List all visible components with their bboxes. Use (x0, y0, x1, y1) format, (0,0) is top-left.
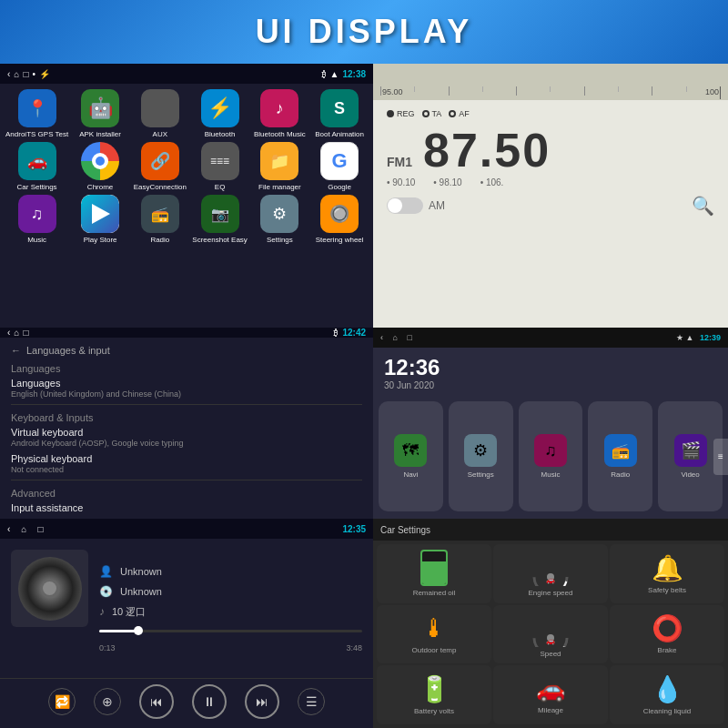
back-3[interactable]: ‹ (7, 328, 10, 338)
app-radio[interactable]: 📻 Radio (132, 195, 188, 244)
play-pause-btn[interactable]: ⏸ (192, 684, 227, 719)
home-app-music[interactable]: ♫ Music (519, 401, 583, 511)
cell-engine[interactable]: 🚗 Engine speed (493, 544, 608, 603)
fm-option-af[interactable]: AF (449, 109, 470, 118)
app-filemanager[interactable]: 📁 File manager (251, 142, 308, 191)
app-screenshot[interactable]: 📷 Screenshot Easy (192, 195, 248, 244)
app-easyconnect[interactable]: 🔗 EasyConnection (132, 142, 188, 191)
fm-option-reg[interactable]: REG (387, 109, 415, 118)
next-btn[interactable]: ⏭ (245, 684, 279, 719)
nav-icons: ‹ ⌂ □ • ⚡ (7, 69, 50, 79)
app-music[interactable]: ♫ Music (5, 195, 68, 244)
settings-back-btn[interactable]: ← Languages & input (11, 345, 362, 356)
usb-icon: ⚡ (39, 69, 50, 79)
preset-2[interactable]: • 98.10 (433, 177, 461, 187)
engine-label: Engine speed (529, 589, 573, 597)
app-chrome[interactable]: Chrome (72, 142, 128, 191)
equalizer-btn[interactable]: ⊕ (94, 688, 121, 715)
app-aux[interactable]: AUX (132, 89, 188, 138)
side-menu-btn[interactable]: ≡ (713, 439, 728, 475)
app-label-btmusic: Bluetooth Music (254, 130, 306, 138)
nav-5: ‹ ⌂ □ (7, 524, 43, 534)
cell-cleaning[interactable]: 💧 Cleaning liquid (610, 665, 724, 724)
app-gps[interactable]: 📍 AndroiTS GPS Test (5, 89, 68, 138)
car-settings-header: Car Settings (373, 519, 728, 541)
home-nav-icon[interactable]: ⌂ (14, 69, 19, 79)
bluetooth-icon: ⚡ (201, 89, 239, 127)
app-grid: 📍 AndroiTS GPS Test 🤖 APK installer AUX (0, 84, 373, 249)
music-panel-inner: ‹ ⌂ □ 12:35 👤 Unknown (0, 519, 373, 728)
preset-3[interactable]: • 106. (480, 177, 504, 187)
app-playstore[interactable]: Play Store (72, 195, 128, 244)
steering-icon: 🔘 (320, 195, 359, 233)
section-advanced: Advanced (11, 488, 362, 499)
home-status-time: 12:39 (700, 333, 721, 342)
cell-speed[interactable]: 🚗 Speed (493, 605, 608, 664)
header: UI DISPLAY (0, 0, 728, 64)
repeat-btn[interactable]: 🔁 (48, 688, 76, 715)
music-artist-row: 👤 Unknown (99, 565, 362, 578)
recent-nav-icon[interactable]: □ (23, 69, 28, 79)
fm-presets-row: • 90.10 • 98.10 • 106. (387, 177, 714, 187)
languages-item[interactable]: Languages (11, 378, 362, 389)
app-bluetooth[interactable]: ⚡ Bluetooth (192, 89, 248, 138)
physical-keyboard-item[interactable]: Physical keyboard (11, 453, 362, 464)
preset-1[interactable]: • 90.10 (387, 177, 415, 187)
app-bluetooth-music[interactable]: ♪ Bluetooth Music (251, 89, 308, 138)
home-app-settings[interactable]: ⚙ Settings (449, 401, 513, 511)
wifi-icon: ▲ (330, 69, 339, 79)
app-apk[interactable]: 🤖 APK installer (72, 89, 128, 138)
cell-brake[interactable]: ⭕ Brake (610, 605, 724, 664)
home-app-navi[interactable]: 🗺 Navi (379, 401, 443, 511)
home-recent[interactable]: □ (407, 333, 411, 342)
app-steering[interactable]: 🔘 Steering wheel (311, 195, 368, 244)
cell-belts[interactable]: 🔔 Safety belts (610, 544, 724, 603)
speed-gauge: 🚗 (528, 611, 573, 647)
home-back[interactable]: ‹ (380, 333, 383, 342)
app-google[interactable]: G Google (311, 142, 368, 191)
home-time-display: 12:36 30 Jun 2020 (373, 348, 728, 394)
settings-panel-inner: ‹ ⌂ □ ₿ 12:42 ← Languages & input Langua… (0, 328, 373, 519)
car-settings-grid: Remained oil 🚗 Engine speed (373, 541, 728, 728)
cell-oil[interactable]: Remained oil (377, 544, 491, 603)
music-note-row: ♪ 10 逻口 (99, 605, 362, 619)
reg-dot (387, 110, 394, 117)
cell-battery[interactable]: 🔋 Battery volts (377, 665, 491, 724)
boot-icon: S (320, 89, 359, 127)
app-car-settings[interactable]: 🚗 Car Settings (5, 142, 68, 191)
home-app-radio[interactable]: 📻 Radio (588, 401, 652, 511)
playlist-btn[interactable]: ☰ (298, 688, 325, 715)
home-3[interactable]: ⌂ (14, 328, 19, 338)
fm-toggle[interactable] (387, 197, 423, 214)
recent-3[interactable]: □ (23, 328, 28, 338)
prev-btn[interactable]: ⏮ (139, 684, 174, 719)
fm-option-ta[interactable]: TA (422, 109, 442, 118)
nav-5-back[interactable]: ‹ (7, 524, 10, 534)
fm-toggle-container[interactable]: AM (387, 197, 445, 214)
screenshots-grid: ‹ ⌂ □ • ⚡ ₿ ▲ 12:38 📍 AndroiTS GPS Test … (0, 64, 728, 728)
cell-temp[interactable]: 🌡 Outdoor temp (377, 605, 491, 664)
gps-icon: 📍 (18, 89, 56, 127)
cleaning-icon: 💧 (652, 674, 683, 704)
physical-keyboard-sub: Not connected (11, 465, 362, 474)
input-assistance-item[interactable]: Input assistance (11, 502, 362, 513)
nav-5-recent[interactable]: □ (37, 524, 43, 534)
nav-5-home[interactable]: ⌂ (21, 524, 26, 534)
home-home[interactable]: ⌂ (393, 333, 398, 342)
home-settings-label: Settings (468, 470, 494, 479)
language-settings-panel: ‹ ⌂ □ ₿ 12:42 ← Languages & input Langua… (0, 328, 373, 519)
car-settings-panel: Car Settings Remained oil (373, 519, 728, 728)
search-icon[interactable]: 🔍 (692, 195, 714, 217)
app-boot[interactable]: S Boot Animation (311, 89, 368, 138)
aux-icon (141, 89, 179, 127)
home-radio-label: Radio (611, 470, 630, 479)
back-nav-icon[interactable]: ‹ (7, 69, 10, 79)
home-status-bar: ‹ ⌂ □ ★ ▲ 12:39 (373, 328, 728, 348)
virtual-keyboard-item[interactable]: Virtual keyboard (11, 427, 362, 438)
app-settings[interactable]: ⚙ Settings (251, 195, 308, 244)
cell-mileage[interactable]: 🚗 Mileage (493, 665, 608, 724)
app-eq[interactable]: ≡≡≡ EQ (192, 142, 248, 191)
status-bar-1: ‹ ⌂ □ • ⚡ ₿ ▲ 12:38 (0, 64, 373, 84)
brake-icon: ⭕ (652, 613, 683, 643)
music-progress-bar[interactable] (99, 630, 362, 632)
